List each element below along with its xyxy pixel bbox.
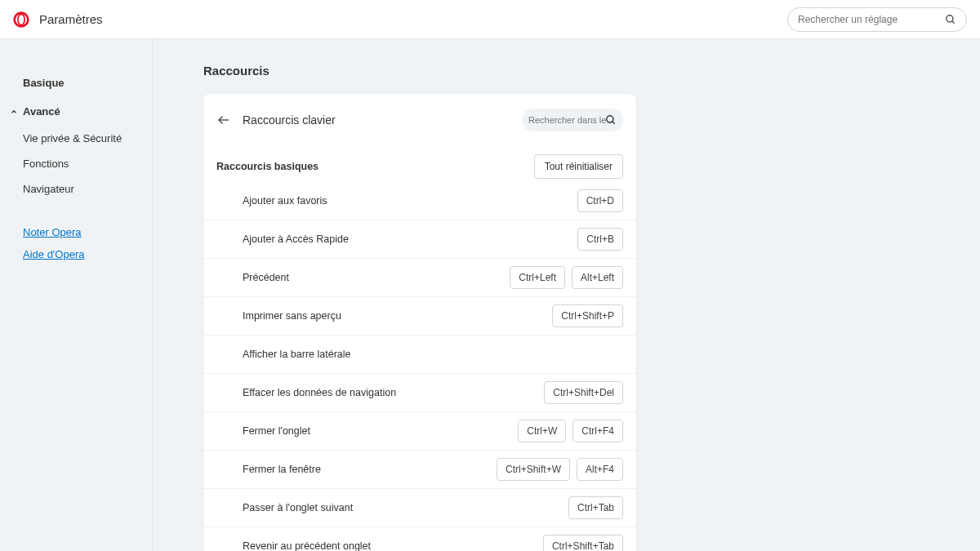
shortcut-keys: Ctrl+B [577,228,623,251]
key-badge[interactable]: Ctrl+Left [510,266,565,289]
search-icon [605,114,617,126]
shortcut-row[interactable]: Imprimer sans aperçuCtrl+Shift+P [203,297,636,335]
shortcut-row[interactable]: PrécédentCtrl+LeftAlt+Left [203,259,636,297]
link-rate-opera[interactable]: Noter Opera [23,226,152,238]
shortcut-keys: Ctrl+LeftAlt+Left [510,266,623,289]
svg-point-5 [607,116,613,122]
card-header: Raccourcis clavier [203,109,636,143]
shortcut-label: Effacer les données de navigation [243,387,396,398]
shortcuts-list: Ajouter aux favorisCtrl+DAjouter à Accès… [203,182,636,551]
key-badge[interactable]: Ctrl+Shift+Tab [543,535,623,551]
content-area[interactable]: Raccourcis Raccourcis clavier Raccourcis… [153,39,980,551]
shortcut-row[interactable]: Fermer la fenêtreCtrl+Shift+WAlt+F4 [203,451,636,489]
shortcut-row[interactable]: Ajouter à Accès RapideCtrl+B [203,220,636,259]
opera-logo-icon [13,11,29,28]
shortcut-keys: Ctrl+Shift+WAlt+F4 [497,458,623,481]
shortcut-label: Fermer la fenêtre [243,464,321,475]
shortcut-keys: Ctrl+Shift+P [552,304,623,327]
sidebar-sub-nav: Vie privée & Sécurité Fonctions Navigate… [0,126,152,202]
shortcut-label: Passer à l'onglet suivant [243,502,353,513]
key-badge[interactable]: Ctrl+Tab [568,496,623,519]
svg-point-1 [18,14,24,24]
sidebar-item-browser[interactable]: Navigateur [23,176,152,202]
card-title: Raccourcis clavier [243,113,510,127]
svg-line-6 [612,122,615,124]
shortcut-row[interactable]: Fermer l'ongletCtrl+WCtrl+F4 [203,412,636,451]
sidebar: Basique Avancé Vie privée & Sécurité Fon… [0,39,153,551]
global-search-input[interactable] [798,14,945,25]
svg-point-2 [947,15,953,21]
key-badge[interactable]: Alt+F4 [577,458,623,481]
chevron-up-icon [10,108,18,116]
shortcut-keys: Ctrl+WCtrl+F4 [518,420,623,442]
shortcut-keys: Ctrl+Shift+Tab [543,535,623,551]
shortcut-keys: Ctrl+D [577,189,623,212]
shortcut-row[interactable]: Effacer les données de navigationCtrl+Sh… [203,374,636,412]
shortcuts-search-input[interactable] [528,115,617,125]
key-badge[interactable]: Ctrl+Shift+P [552,304,623,327]
shortcut-label: Ajouter aux favoris [243,195,327,207]
sidebar-links: Noter Opera Aide d'Opera [0,226,152,260]
shortcuts-card: Raccourcis clavier Raccourcis basiques T… [203,94,636,551]
key-badge[interactable]: Ctrl+D [577,189,623,212]
section-header: Raccourcis basiques Tout réinitialiser [203,143,636,182]
sidebar-item-features[interactable]: Fonctions [23,151,152,176]
app-header: Paramètres [0,0,980,39]
shortcut-label: Ajouter à Accès Rapide [243,233,349,245]
sidebar-item-basic[interactable]: Basique [0,72,152,94]
key-badge[interactable]: Ctrl+W [518,420,566,442]
key-badge[interactable]: Ctrl+Shift+Del [544,381,623,404]
search-icon [945,14,956,25]
sidebar-item-privacy[interactable]: Vie privée & Sécurité [23,126,152,151]
shortcut-row[interactable]: Afficher la barre latérale [203,335,636,374]
reset-all-button[interactable]: Tout réinitialiser [534,154,623,179]
shortcut-keys: Ctrl+Tab [568,496,623,519]
key-badge[interactable]: Ctrl+B [577,228,623,251]
section-title: Raccourcis basiques [216,161,318,172]
shortcut-label: Imprimer sans aperçu [243,310,341,322]
svg-line-3 [952,20,955,23]
shortcut-keys: Ctrl+Shift+Del [544,381,623,404]
sidebar-advanced-label: Avancé [23,105,60,118]
shortcut-label: Précédent [243,272,289,283]
shortcut-label: Afficher la barre latérale [243,349,350,360]
header-title: Paramètres [39,12,103,26]
key-badge[interactable]: Ctrl+F4 [572,420,623,442]
key-badge[interactable]: Ctrl+Shift+W [497,458,570,481]
link-help-opera[interactable]: Aide d'Opera [23,248,152,260]
shortcut-row[interactable]: Passer à l'onglet suivantCtrl+Tab [203,489,636,527]
shortcut-label: Fermer l'onglet [243,425,310,437]
shortcut-row[interactable]: Ajouter aux favorisCtrl+D [203,182,636,220]
page-title: Raccourcis [203,64,980,78]
global-search[interactable] [787,7,967,32]
shortcuts-search[interactable] [522,109,623,131]
back-arrow-icon[interactable] [216,113,231,127]
shortcut-row[interactable]: Revenir au précédent ongletCtrl+Shift+Ta… [203,527,636,551]
header-left: Paramètres [13,11,103,28]
key-badge[interactable]: Alt+Left [572,266,623,289]
sidebar-item-advanced[interactable]: Avancé [0,100,152,122]
shortcut-label: Revenir au précédent onglet [243,540,371,551]
